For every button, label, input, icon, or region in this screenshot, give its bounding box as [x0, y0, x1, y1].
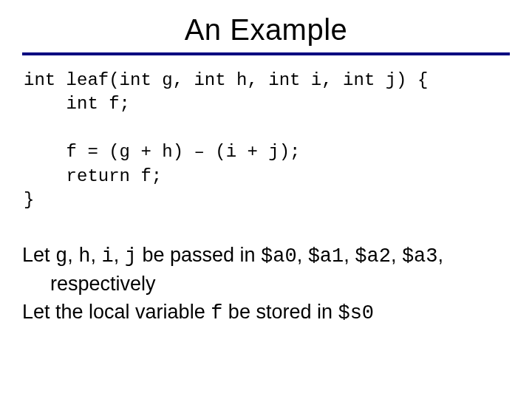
t: , — [344, 244, 355, 266]
var-i: i — [101, 245, 113, 267]
t: be stored in — [222, 301, 338, 323]
t: , — [391, 244, 402, 266]
t: , — [67, 244, 78, 266]
reg-a0: $a0 — [261, 245, 297, 267]
reg-a1: $a1 — [308, 245, 344, 267]
var-f: f — [211, 302, 222, 324]
t: , — [114, 244, 125, 266]
t: be passed in — [137, 244, 261, 266]
body-line-2: Let the local variable f be stored in $s… — [22, 299, 510, 327]
title-rule — [22, 52, 510, 55]
var-h: h — [78, 245, 90, 267]
t: , — [297, 244, 308, 266]
t: Let the local variable — [22, 301, 211, 323]
code-block: int leaf(int g, int h, int i, int j) { i… — [24, 69, 510, 212]
t: , — [90, 244, 101, 266]
reg-a3: $a3 — [402, 245, 438, 267]
var-g: g — [55, 245, 67, 267]
slide: An Example int leaf(int g, int h, int i,… — [0, 0, 532, 399]
body-text: Let g, h, i, j be passed in $a0, $a1, $a… — [22, 242, 510, 327]
var-j: j — [125, 245, 137, 267]
slide-title: An Example — [22, 13, 510, 47]
t: Let — [22, 244, 55, 266]
reg-s0: $s0 — [338, 302, 374, 324]
reg-a2: $a2 — [355, 245, 391, 267]
body-line-1: Let g, h, i, j be passed in $a0, $a1, $a… — [22, 242, 510, 297]
